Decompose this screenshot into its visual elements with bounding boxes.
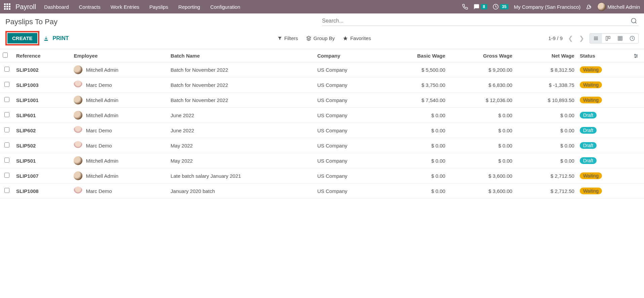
view-list-icon[interactable]: [590, 34, 602, 43]
activities-icon[interactable]: 35: [493, 4, 508, 10]
cell-net: $ 8,312.50: [515, 62, 577, 77]
cell-employee: Mitchell Admin: [71, 108, 168, 123]
apps-icon[interactable]: [4, 3, 11, 10]
menu-contracts[interactable]: Contracts: [79, 4, 101, 10]
cell-reference: SLIP1002: [13, 62, 71, 77]
groupby-button[interactable]: Group By: [306, 35, 335, 41]
cell-net: $ 0.00: [515, 108, 577, 123]
favorites-label: Favorites: [350, 35, 371, 41]
search-icon[interactable]: [629, 18, 639, 24]
menu-dashboard[interactable]: Dashboard: [44, 4, 69, 10]
employee-avatar-icon: [74, 187, 82, 195]
cell-batch: Batch for November 2022: [168, 77, 314, 93]
table-row[interactable]: SLIP1002Mitchell AdminBatch for November…: [0, 62, 644, 77]
cell-gross: $ 12,036.00: [448, 93, 515, 108]
payslip-table: Reference Employee Batch Name Company Ba…: [0, 49, 644, 199]
col-company[interactable]: Company: [315, 49, 383, 62]
cell-reference: SLIP1003: [13, 77, 71, 93]
menu-payslips[interactable]: Payslips: [149, 4, 168, 10]
row-checkbox[interactable]: [4, 158, 9, 163]
filters-button[interactable]: Filters: [277, 35, 298, 41]
cell-status: Draft: [577, 123, 631, 138]
view-kanban-icon[interactable]: [602, 34, 614, 43]
search-input[interactable]: [322, 18, 630, 24]
favorites-button[interactable]: Favorites: [343, 35, 371, 41]
menu-work-entries[interactable]: Work Entries: [111, 4, 140, 10]
table-row[interactable]: SLIP1003Marc DemoBatch for November 2022…: [0, 77, 644, 93]
company-switcher[interactable]: My Company (San Francisco): [514, 4, 580, 10]
col-net[interactable]: Net Wage: [515, 49, 577, 62]
phone-icon[interactable]: [462, 4, 468, 10]
select-all-checkbox[interactable]: [3, 53, 8, 58]
employee-avatar-icon: [74, 141, 82, 150]
cell-basic: $ 0.00: [383, 184, 448, 199]
cell-basic: $ 3,750.00: [383, 77, 448, 93]
user-menu[interactable]: Mitchell Admin: [597, 2, 640, 11]
view-activity-icon[interactable]: [626, 34, 638, 43]
cell-company: US Company: [315, 168, 383, 184]
employee-avatar-icon: [74, 65, 82, 74]
col-basic[interactable]: Basic Wage: [383, 49, 448, 62]
optional-columns-icon[interactable]: [633, 53, 639, 58]
table-row[interactable]: SLIP502Marc DemoMay 2022US Company$ 0.00…: [0, 138, 644, 153]
row-checkbox[interactable]: [4, 67, 9, 72]
cell-employee: Mitchell Admin: [71, 93, 168, 108]
table-row[interactable]: SLIP1001Mitchell AdminBatch for November…: [0, 93, 644, 108]
download-icon[interactable]: [43, 35, 49, 41]
table-row[interactable]: SLIP1007Mitchell AdminLate batch salary …: [0, 168, 644, 184]
cell-batch: June 2022: [168, 108, 314, 123]
messages-icon[interactable]: 8: [473, 4, 487, 10]
col-status[interactable]: Status: [577, 49, 631, 62]
row-checkbox[interactable]: [4, 97, 9, 102]
table-row[interactable]: SLIP601Mitchell AdminJune 2022US Company…: [0, 108, 644, 123]
menu-configuration[interactable]: Configuration: [210, 4, 240, 10]
cell-basic: $ 0.00: [383, 138, 448, 153]
cell-employee: Mitchell Admin: [71, 62, 168, 77]
row-checkbox[interactable]: [4, 188, 9, 193]
debug-icon[interactable]: [586, 4, 592, 10]
cell-basic: $ 5,500.00: [383, 62, 448, 77]
cell-status: Draft: [577, 138, 631, 153]
user-name: Mitchell Admin: [607, 4, 640, 10]
print-button[interactable]: PRINT: [53, 35, 69, 41]
svg-point-19: [636, 56, 637, 57]
cell-company: US Company: [315, 123, 383, 138]
filters-label: Filters: [284, 35, 298, 41]
col-gross[interactable]: Gross Wage: [448, 49, 515, 62]
search-bar[interactable]: [322, 16, 639, 26]
cell-gross: $ 3,600.00: [448, 168, 515, 184]
row-checkbox[interactable]: [4, 173, 9, 178]
col-employee[interactable]: Employee: [71, 49, 168, 62]
cell-net: $ 10,893.50: [515, 93, 577, 108]
row-checkbox[interactable]: [4, 82, 9, 87]
row-checkbox[interactable]: [4, 112, 9, 117]
cell-company: US Company: [315, 153, 383, 168]
create-highlight: CREATE: [5, 31, 39, 45]
pager-next-icon[interactable]: ❯: [578, 35, 585, 42]
cell-company: US Company: [315, 77, 383, 93]
table-row[interactable]: SLIP1008Marc DemoJanuary 2020 batchUS Co…: [0, 184, 644, 199]
cell-gross: $ 0.00: [448, 138, 515, 153]
pager-text[interactable]: 1-9 / 9: [548, 35, 563, 41]
table-row[interactable]: SLIP501Mitchell AdminMay 2022US Company$…: [0, 153, 644, 168]
cell-status: Waiting: [577, 184, 631, 199]
cell-basic: $ 0.00: [383, 108, 448, 123]
app-brand[interactable]: Payroll: [15, 3, 36, 11]
employee-avatar-icon: [74, 156, 82, 165]
cell-employee: Marc Demo: [71, 138, 168, 153]
col-reference[interactable]: Reference: [13, 49, 71, 62]
cell-reference: SLIP602: [13, 123, 71, 138]
row-checkbox[interactable]: [4, 142, 9, 147]
employee-avatar-icon: [74, 96, 82, 104]
cell-reference: SLIP1008: [13, 184, 71, 199]
breadcrumb: Payslips To Pay: [5, 16, 322, 29]
pager-prev-icon[interactable]: ❮: [567, 35, 574, 42]
user-avatar-icon: [597, 2, 606, 11]
cell-basic: $ 0.00: [383, 123, 448, 138]
menu-reporting[interactable]: Reporting: [178, 4, 200, 10]
row-checkbox[interactable]: [4, 127, 9, 132]
col-batch[interactable]: Batch Name: [168, 49, 314, 62]
table-row[interactable]: SLIP602Marc DemoJune 2022US Company$ 0.0…: [0, 123, 644, 138]
view-pivot-icon[interactable]: [614, 34, 626, 43]
create-button[interactable]: CREATE: [7, 33, 37, 43]
